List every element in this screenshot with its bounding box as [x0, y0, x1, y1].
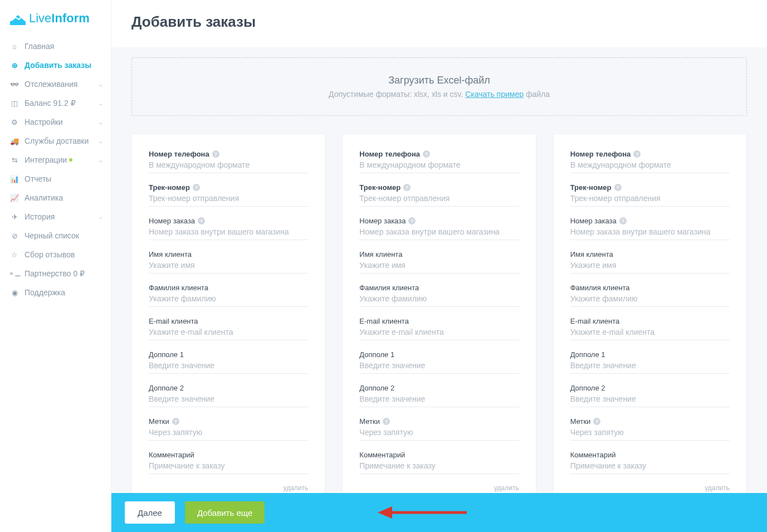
- field-input[interactable]: [149, 193, 308, 204]
- wallet-icon: ◫: [10, 99, 19, 108]
- sidebar-item-home[interactable]: ⌂ Главная: [0, 37, 111, 56]
- help-icon[interactable]: ?: [383, 418, 390, 425]
- form-field: Комментарий: [149, 451, 308, 474]
- field-input[interactable]: [359, 159, 519, 170]
- delete-card-link[interactable]: удалить: [149, 484, 308, 492]
- field-label: E-mail клиента: [359, 317, 519, 325]
- help-icon[interactable]: ?: [198, 217, 205, 224]
- next-button[interactable]: Далее: [125, 501, 175, 524]
- sidebar-item-label: Главная: [25, 42, 54, 51]
- order-card: Номер телефона?Трек-номер?Номер заказа?И…: [131, 134, 325, 501]
- field-label: Номер телефона?: [359, 150, 519, 158]
- chevron-down-icon: ⌄: [98, 138, 103, 145]
- form-field: Имя клиента: [570, 250, 730, 274]
- field-label: Трек-номер?: [570, 183, 730, 192]
- field-input[interactable]: [149, 159, 308, 170]
- sidebar-item-integrations[interactable]: ⇆ Интеграции ⌄: [0, 150, 111, 169]
- field-input[interactable]: [359, 326, 519, 338]
- field-input[interactable]: [149, 326, 308, 338]
- sidebar-item-add-orders[interactable]: ⊕ Добавить заказы: [0, 56, 111, 75]
- field-input[interactable]: [359, 393, 519, 404]
- form-field: E-mail клиента: [149, 317, 308, 340]
- field-input[interactable]: [149, 393, 308, 404]
- field-input[interactable]: [570, 460, 730, 471]
- form-field: Допполе 1: [570, 350, 730, 374]
- field-input[interactable]: [359, 226, 519, 237]
- form-field: Метки?: [359, 417, 519, 441]
- field-input[interactable]: [359, 360, 519, 371]
- field-input[interactable]: [570, 159, 730, 170]
- upload-subtitle: Допустимые форматы: xlsx, xls и csv. Ска…: [143, 90, 735, 99]
- help-icon[interactable]: ?: [212, 150, 219, 158]
- field-input[interactable]: [359, 427, 519, 438]
- form-field: Допполе 1: [149, 350, 308, 374]
- field-label: Допполе 2: [359, 384, 519, 392]
- sidebar-item-blacklist[interactable]: ⊘ Черный список: [0, 226, 111, 245]
- sidebar-item-partnership[interactable]: ⚬⚊ Партнерство 0 ₽: [0, 264, 111, 283]
- field-input[interactable]: [359, 460, 519, 471]
- sidebar-item-reports[interactable]: 📊 Отчеты: [0, 169, 111, 188]
- logo-text-1: Live: [29, 11, 51, 25]
- content-area: Загрузить Excel-файл Допустимые форматы:…: [111, 47, 767, 531]
- field-input[interactable]: [359, 293, 519, 304]
- sidebar-item-balance[interactable]: ◫ Баланс 91.2 ₽ ⌄: [0, 94, 111, 113]
- form-field: Номер телефона?: [570, 150, 730, 173]
- sidebar-item-reviews[interactable]: ☆ Сбор отзывов: [0, 245, 111, 264]
- sidebar-item-history[interactable]: ✈ История ⌄: [0, 207, 111, 226]
- download-example-link[interactable]: Скачать пример: [465, 90, 524, 99]
- field-input[interactable]: [570, 226, 730, 237]
- field-input[interactable]: [570, 193, 730, 204]
- field-input[interactable]: [570, 293, 730, 304]
- sidebar-item-label: Отчеты: [25, 174, 51, 183]
- help-icon[interactable]: ?: [423, 150, 430, 158]
- help-icon[interactable]: ?: [403, 184, 411, 191]
- ban-icon: ⊘: [10, 232, 19, 240]
- form-field: Трек-номер?: [359, 183, 519, 207]
- add-more-button[interactable]: Добавить еще: [185, 501, 265, 524]
- field-input[interactable]: [570, 393, 730, 404]
- help-icon[interactable]: ?: [614, 184, 622, 191]
- logo[interactable]: LiveInform: [0, 6, 111, 37]
- sidebar-item-support[interactable]: ◉ Поддержка: [0, 283, 111, 302]
- delete-card-link[interactable]: удалить: [570, 484, 730, 492]
- field-input[interactable]: [149, 293, 308, 304]
- upload-zone[interactable]: Загрузить Excel-файл Допустимые форматы:…: [131, 57, 747, 116]
- upload-title: Загрузить Excel-файл: [143, 75, 735, 86]
- field-label: Комментарий: [359, 451, 519, 459]
- help-icon[interactable]: ?: [408, 217, 416, 224]
- field-input[interactable]: [359, 193, 519, 204]
- field-input[interactable]: [149, 260, 308, 271]
- gear-icon: ⚙: [10, 118, 19, 126]
- help-icon[interactable]: ?: [593, 418, 600, 425]
- field-input[interactable]: [570, 360, 730, 371]
- field-input[interactable]: [149, 360, 308, 371]
- field-input[interactable]: [359, 260, 519, 271]
- puzzle-icon: ⇆: [10, 156, 19, 164]
- field-label: Допполе 1: [149, 350, 308, 359]
- sidebar-item-label: Баланс 91.2 ₽: [25, 99, 76, 108]
- field-input[interactable]: [149, 460, 308, 471]
- form-field: Трек-номер?: [149, 183, 308, 207]
- help-icon[interactable]: ?: [619, 217, 627, 224]
- field-input[interactable]: [570, 427, 730, 438]
- sidebar-item-analytics[interactable]: 📈 Аналитика: [0, 188, 111, 207]
- field-label: Фамилия клиента: [359, 284, 519, 292]
- form-field: Номер заказа?: [359, 217, 519, 240]
- sidebar-item-settings[interactable]: ⚙ Настройки ⌄: [0, 113, 111, 131]
- field-input[interactable]: [149, 226, 308, 237]
- order-card: Номер телефона?Трек-номер?Номер заказа?И…: [342, 134, 536, 501]
- order-card: Номер телефона?Трек-номер?Номер заказа?И…: [553, 134, 747, 501]
- help-icon[interactable]: ?: [193, 184, 200, 191]
- field-input[interactable]: [149, 427, 308, 438]
- field-input[interactable]: [570, 260, 730, 271]
- delete-card-link[interactable]: удалить: [359, 484, 519, 492]
- help-icon[interactable]: ?: [633, 150, 641, 158]
- share-icon: ⚬⚊: [10, 270, 19, 278]
- page-title: Добавить заказы: [111, 0, 767, 47]
- field-input[interactable]: [570, 326, 730, 338]
- sidebar-item-tracking[interactable]: 👓 Отслеживания ⌄: [0, 75, 111, 94]
- field-label: Трек-номер?: [359, 183, 519, 192]
- field-label: Имя клиента: [570, 250, 730, 258]
- sidebar-item-delivery[interactable]: 🚚 Службы доставки ⌄: [0, 131, 111, 150]
- help-icon[interactable]: ?: [172, 418, 179, 425]
